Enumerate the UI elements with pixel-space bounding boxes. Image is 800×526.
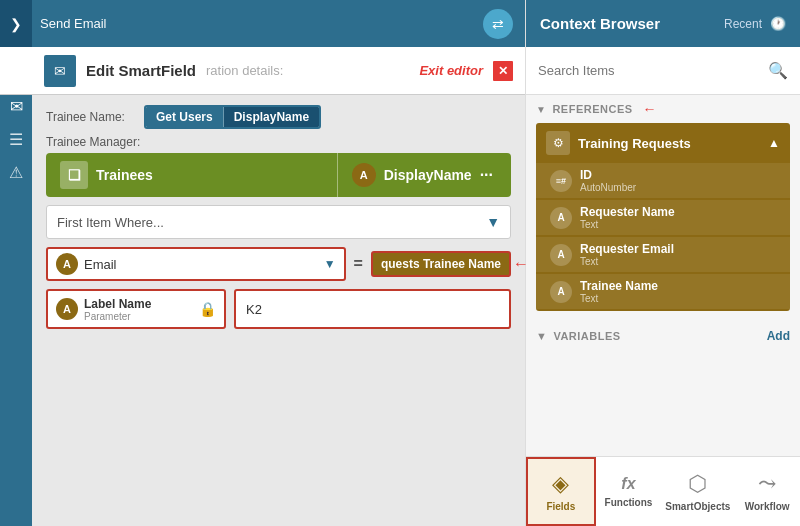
page-title: Send Email bbox=[40, 16, 106, 31]
references-section: ▼ REFERENCES ← ⚙ Training Requests ▲ ≡# … bbox=[526, 95, 800, 323]
tab-functions-label: Functions bbox=[605, 497, 653, 508]
training-requests-block: ⚙ Training Requests ▲ ≡# ID AutoNumber A… bbox=[536, 123, 790, 311]
search-icon: 🔍 bbox=[768, 61, 788, 80]
get-users-tag[interactable]: Get Users bbox=[146, 107, 224, 127]
arrow-right-icon: ← bbox=[513, 255, 529, 273]
list-sidebar-icon[interactable]: ☰ bbox=[9, 130, 23, 149]
search-bar: 🔍 bbox=[526, 47, 800, 95]
display-name-tag[interactable]: DisplayName bbox=[224, 107, 319, 127]
context-browser-title: Context Browser bbox=[540, 15, 716, 32]
field-requester-name[interactable]: A Requester Name Text bbox=[536, 200, 790, 235]
sync-icon[interactable]: ⇄ bbox=[483, 9, 513, 39]
smartfield-bar: ✉ Edit SmartField ration details: Exit e… bbox=[0, 47, 525, 95]
first-item-label: First Item Where... bbox=[57, 215, 486, 230]
tab-smartobjects[interactable]: ⬡ SmartObjects bbox=[661, 457, 734, 526]
dropdown-chevron-icon: ▼ bbox=[486, 214, 500, 230]
label-name: Label Name bbox=[84, 297, 151, 311]
tab-functions[interactable]: fx Functions bbox=[596, 457, 662, 526]
label-row: A Label Name Parameter 🔒 bbox=[46, 289, 511, 329]
email-row: A Email ▼ = quests Trainee Name ← bbox=[46, 247, 511, 281]
top-bar: ❯ Send Email ⇄ bbox=[0, 0, 525, 47]
label-a-icon: A bbox=[56, 298, 78, 320]
exit-editor-label[interactable]: Exit editor bbox=[419, 63, 483, 78]
equals-sign: = bbox=[354, 255, 363, 273]
references-label: REFERENCES bbox=[552, 103, 632, 115]
email-field[interactable]: A Email ▼ bbox=[46, 247, 346, 281]
variables-label: VARIABLES bbox=[553, 330, 620, 342]
left-panel: ❯ Send Email ⇄ ✉ ☰ ⚠ ✉ Edit SmartField r… bbox=[0, 0, 525, 526]
trainees-icon: ❑ bbox=[60, 161, 88, 189]
label-param: Parameter bbox=[84, 311, 151, 322]
display-name-field: DisplayName bbox=[384, 167, 472, 183]
training-chevron-icon[interactable]: ▲ bbox=[768, 136, 780, 150]
right-panel: Context Browser Recent 🕐 🔍 ▼ REFERENCES … bbox=[525, 0, 800, 526]
smartobjects-icon: ⬡ bbox=[688, 471, 707, 497]
field-trainee-name-type: Text bbox=[580, 293, 658, 304]
field-requester-email-label: Requester Email bbox=[580, 242, 674, 256]
requests-tag[interactable]: quests Trainee Name bbox=[371, 251, 511, 277]
display-name-icon: A bbox=[352, 163, 376, 187]
a-icon-2: A bbox=[550, 244, 572, 266]
more-options-icon[interactable]: ··· bbox=[480, 166, 497, 184]
tab-smartobjects-label: SmartObjects bbox=[665, 501, 730, 512]
fields-icon: ◈ bbox=[552, 471, 569, 497]
a-icon-3: A bbox=[550, 281, 572, 303]
variables-triangle: ▼ bbox=[536, 330, 547, 342]
add-variable-button[interactable]: Add bbox=[767, 329, 790, 343]
back-arrow-icon[interactable]: ❯ bbox=[10, 16, 22, 32]
field-trainee-name-label: Trainee Name bbox=[580, 279, 658, 293]
trainee-name-label: Trainee Name: bbox=[46, 110, 136, 124]
functions-icon: fx bbox=[621, 475, 635, 493]
content-area: Trainee Name: Get Users DisplayName Trai… bbox=[32, 95, 525, 526]
tab-workflow-label: Workflow bbox=[745, 501, 790, 512]
close-button[interactable]: ✕ bbox=[493, 61, 513, 81]
lock-icon: 🔒 bbox=[199, 301, 216, 317]
search-input[interactable] bbox=[538, 63, 760, 78]
variables-header: ▼ VARIABLES bbox=[536, 330, 621, 342]
smartfield-icon: ✉ bbox=[44, 55, 76, 87]
context-browser-header: Context Browser Recent 🕐 bbox=[526, 0, 800, 47]
field-requester-name-type: Text bbox=[580, 219, 675, 230]
trainees-label: Trainees bbox=[96, 167, 153, 183]
trainee-name-row: Trainee Name: Get Users DisplayName bbox=[46, 105, 511, 129]
field-requester-email-type: Text bbox=[580, 256, 674, 267]
tab-workflow[interactable]: ⤳ Workflow bbox=[734, 457, 800, 526]
recent-label[interactable]: Recent bbox=[724, 17, 762, 31]
field-trainee-name[interactable]: A Trainee Name Text bbox=[536, 274, 790, 309]
variables-section: ▼ VARIABLES Add bbox=[526, 323, 800, 349]
training-title: Training Requests bbox=[578, 136, 760, 151]
tab-fields[interactable]: ◈ Fields bbox=[526, 457, 596, 526]
id-icon: ≡# bbox=[550, 170, 572, 192]
field-id[interactable]: ≡# ID AutoNumber bbox=[536, 163, 790, 198]
k2-input[interactable] bbox=[234, 289, 511, 329]
arrow-red-icon: ← bbox=[643, 101, 658, 117]
training-header: ⚙ Training Requests ▲ bbox=[536, 123, 790, 163]
field-requester-email[interactable]: A Requester Email Text bbox=[536, 237, 790, 272]
clock-icon: 🕐 bbox=[770, 16, 786, 31]
workflow-icon: ⤳ bbox=[758, 471, 776, 497]
first-item-dropdown[interactable]: First Item Where... ▼ bbox=[46, 205, 511, 239]
warning-sidebar-icon[interactable]: ⚠ bbox=[9, 163, 23, 182]
training-icon: ⚙ bbox=[546, 131, 570, 155]
triangle-icon: ▼ bbox=[536, 104, 546, 115]
trainees-block: ❑ Trainees A DisplayName ··· bbox=[46, 153, 511, 197]
tab-fields-label: Fields bbox=[546, 501, 575, 512]
field-id-type: AutoNumber bbox=[580, 182, 636, 193]
email-a-icon: A bbox=[56, 253, 78, 275]
left-sidebar: ✉ ☰ ⚠ bbox=[0, 47, 32, 526]
smartfield-title: Edit SmartField bbox=[86, 62, 196, 79]
email-label: Email bbox=[84, 257, 318, 272]
references-header: ▼ REFERENCES ← bbox=[536, 101, 790, 117]
email-dropdown-icon[interactable]: ▼ bbox=[324, 257, 336, 271]
label-field: A Label Name Parameter 🔒 bbox=[46, 289, 226, 329]
email-sidebar-icon[interactable]: ✉ bbox=[10, 97, 23, 116]
bottom-tabs: ◈ Fields fx Functions ⬡ SmartObjects ⤳ W… bbox=[526, 456, 800, 526]
trainee-manager-label: Trainee Manager: bbox=[46, 135, 511, 149]
smartfield-subtitle: ration details: bbox=[206, 63, 283, 78]
field-requester-name-label: Requester Name bbox=[580, 205, 675, 219]
a-icon-1: A bbox=[550, 207, 572, 229]
field-id-name: ID bbox=[580, 168, 636, 182]
